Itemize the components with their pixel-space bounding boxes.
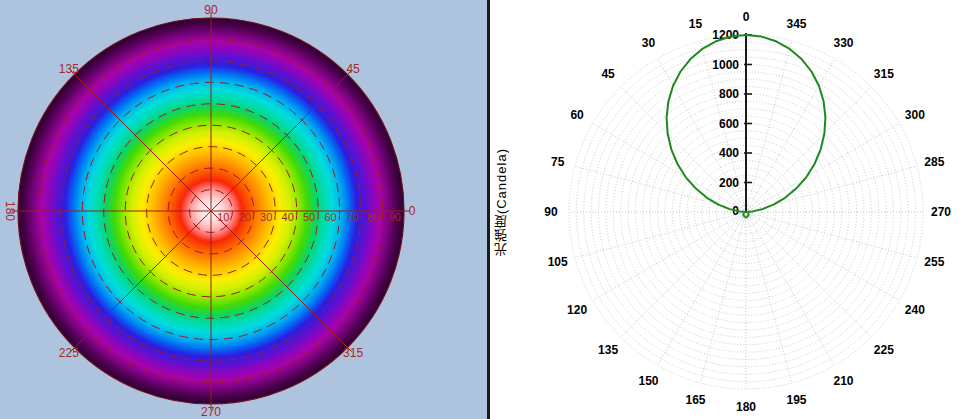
angle-label: 270 — [931, 205, 951, 219]
grid-spoke — [746, 212, 792, 383]
polar-line-chart-panel: 0200400600800100012000153045607590105120… — [490, 0, 973, 419]
angle-label: 105 — [548, 255, 568, 269]
grid-spoke — [746, 212, 917, 258]
grid-spoke — [621, 212, 746, 337]
radial-ring-label: 20 — [239, 211, 251, 223]
radial-tick-label: 600 — [719, 117, 739, 131]
angle-label: 150 — [638, 374, 658, 388]
radial-tick-label: 200 — [719, 176, 739, 190]
angle-label: 180 — [736, 400, 756, 414]
angle-label: 180 — [3, 201, 17, 221]
radial-tick-label: 800 — [719, 87, 739, 101]
angle-label: 135 — [59, 62, 79, 76]
angle-label: 0 — [409, 204, 416, 218]
radial-ring-label: 60 — [324, 211, 336, 223]
polar-intensity-map: 04590135180225270315102030405060708090 — [0, 0, 487, 419]
angle-label: 210 — [833, 374, 853, 388]
radial-axis-title: 光強度(Candela) — [492, 148, 511, 256]
radial-ring-label: 50 — [303, 211, 315, 223]
polar-intensity-map-panel: 04590135180225270315102030405060708090 — [0, 0, 487, 419]
grid-spoke — [746, 212, 835, 365]
angle-label: 315 — [343, 346, 363, 360]
radial-tick-label: 1000 — [712, 58, 739, 72]
angle-label: 225 — [59, 346, 79, 360]
angle-label: 15 — [689, 17, 703, 31]
radial-tick-label: 400 — [719, 146, 739, 160]
angle-label: 285 — [924, 155, 944, 169]
angle-label: 135 — [598, 343, 618, 357]
angle-label: 75 — [551, 155, 565, 169]
angle-label: 0 — [743, 10, 750, 24]
grid-spoke — [746, 87, 871, 212]
luminous-intensity-viewer: 04590135180225270315102030405060708090 0… — [0, 0, 973, 419]
angle-label: 315 — [874, 67, 894, 81]
radial-ring-label: 90 — [389, 211, 401, 223]
radial-ring-label: 10 — [217, 211, 229, 223]
angle-label: 90 — [204, 3, 218, 17]
radial-ring-label: 40 — [282, 211, 294, 223]
angle-label: 90 — [544, 205, 558, 219]
angle-label: 120 — [567, 303, 587, 317]
grid-spoke — [658, 212, 747, 365]
angle-label: 330 — [833, 36, 853, 50]
angle-label: 165 — [686, 393, 706, 407]
angle-label: 345 — [786, 17, 806, 31]
angle-label: 60 — [570, 108, 584, 122]
angle-label: 30 — [642, 36, 656, 50]
radial-ring-label: 70 — [346, 211, 358, 223]
angle-label: 195 — [786, 393, 806, 407]
angle-label: 225 — [874, 343, 894, 357]
polar-line-chart: 0200400600800100012000153045607590105120… — [490, 0, 973, 419]
radial-tick-label: 1200 — [712, 28, 739, 42]
angle-label: 255 — [924, 255, 944, 269]
radial-ring-label: 80 — [367, 211, 379, 223]
angle-label: 45 — [601, 67, 615, 81]
angle-label: 270 — [201, 405, 221, 419]
grid-spoke — [575, 212, 746, 258]
radial-ring-label: 30 — [260, 211, 272, 223]
angle-label: 240 — [905, 303, 925, 317]
angle-label: 300 — [905, 108, 925, 122]
grid-spoke — [746, 212, 899, 301]
angle-label: 45 — [346, 62, 360, 76]
